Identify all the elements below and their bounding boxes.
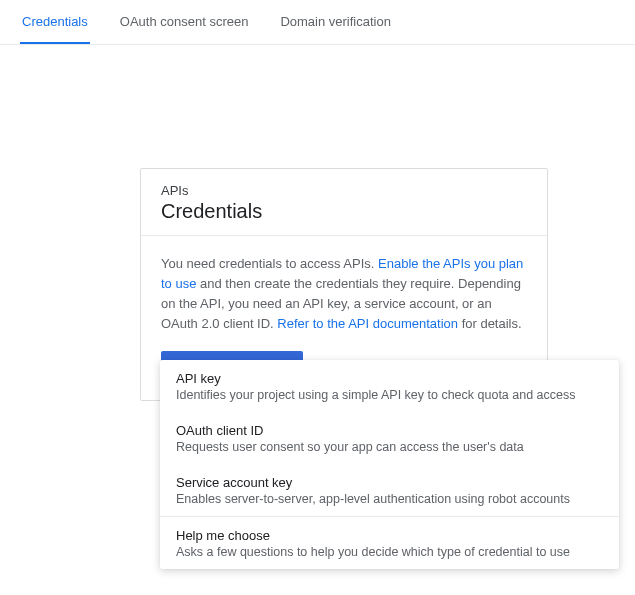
tab-bar: Credentials OAuth consent screen Domain … <box>0 0 635 45</box>
help-lead: You need credentials to access APIs. <box>161 256 378 271</box>
menu-item-title: OAuth client ID <box>176 423 603 438</box>
create-credentials-menu: API key Identifies your project using a … <box>160 360 619 569</box>
menu-item-service-account-key[interactable]: Service account key Enables server-to-se… <box>160 464 619 516</box>
menu-item-desc: Identifies your project using a simple A… <box>176 388 603 402</box>
tab-oauth-consent[interactable]: OAuth consent screen <box>118 0 251 44</box>
menu-item-help-me-choose[interactable]: Help me choose Asks a few questions to h… <box>160 517 619 569</box>
menu-item-title: Help me choose <box>176 528 603 543</box>
menu-item-title: Service account key <box>176 475 603 490</box>
card-header: APIs Credentials <box>141 169 547 236</box>
menu-item-desc: Requests user consent so your app can ac… <box>176 440 603 454</box>
tab-credentials[interactable]: Credentials <box>20 0 90 44</box>
api-docs-link[interactable]: Refer to the API documentation <box>277 316 458 331</box>
menu-item-desc: Asks a few questions to help you decide … <box>176 545 603 559</box>
tab-domain-verification[interactable]: Domain verification <box>278 0 393 44</box>
menu-item-oauth-client-id[interactable]: OAuth client ID Requests user consent so… <box>160 412 619 464</box>
menu-item-desc: Enables server-to-server, app-level auth… <box>176 492 603 506</box>
help-tail: for details. <box>458 316 522 331</box>
card-eyebrow: APIs <box>161 183 527 198</box>
card-title: Credentials <box>161 200 262 222</box>
menu-item-api-key[interactable]: API key Identifies your project using a … <box>160 360 619 412</box>
menu-item-title: API key <box>176 371 603 386</box>
help-text: You need credentials to access APIs. Ena… <box>161 254 527 335</box>
